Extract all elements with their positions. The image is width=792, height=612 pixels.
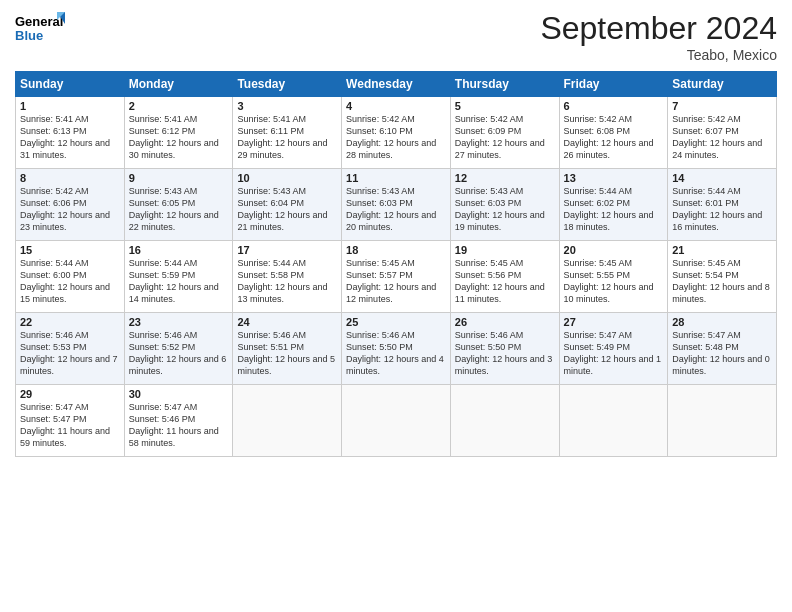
day-number: 28 xyxy=(672,316,772,328)
day-number: 3 xyxy=(237,100,337,112)
calendar-cell: 25 Sunrise: 5:46 AM Sunset: 5:50 PM Dayl… xyxy=(342,313,451,385)
day-info: Sunrise: 5:47 AM Sunset: 5:47 PM Dayligh… xyxy=(20,401,120,450)
calendar-cell: 27 Sunrise: 5:47 AM Sunset: 5:49 PM Dayl… xyxy=(559,313,668,385)
day-number: 17 xyxy=(237,244,337,256)
day-number: 27 xyxy=(564,316,664,328)
day-header-saturday: Saturday xyxy=(668,72,777,97)
calendar-cell: 23 Sunrise: 5:46 AM Sunset: 5:52 PM Dayl… xyxy=(124,313,233,385)
day-info: Sunrise: 5:46 AM Sunset: 5:53 PM Dayligh… xyxy=(20,329,120,378)
day-info: Sunrise: 5:43 AM Sunset: 6:03 PM Dayligh… xyxy=(346,185,446,234)
day-number: 25 xyxy=(346,316,446,328)
day-info: Sunrise: 5:42 AM Sunset: 6:10 PM Dayligh… xyxy=(346,113,446,162)
day-info: Sunrise: 5:46 AM Sunset: 5:51 PM Dayligh… xyxy=(237,329,337,378)
calendar-body: 1 Sunrise: 5:41 AM Sunset: 6:13 PM Dayli… xyxy=(16,97,777,457)
day-number: 26 xyxy=(455,316,555,328)
day-number: 21 xyxy=(672,244,772,256)
day-info: Sunrise: 5:45 AM Sunset: 5:57 PM Dayligh… xyxy=(346,257,446,306)
calendar-cell: 5 Sunrise: 5:42 AM Sunset: 6:09 PM Dayli… xyxy=(450,97,559,169)
day-info: Sunrise: 5:43 AM Sunset: 6:05 PM Dayligh… xyxy=(129,185,229,234)
calendar-cell: 28 Sunrise: 5:47 AM Sunset: 5:48 PM Dayl… xyxy=(668,313,777,385)
calendar-cell: 9 Sunrise: 5:43 AM Sunset: 6:05 PM Dayli… xyxy=(124,169,233,241)
day-info: Sunrise: 5:41 AM Sunset: 6:11 PM Dayligh… xyxy=(237,113,337,162)
calendar-cell: 10 Sunrise: 5:43 AM Sunset: 6:04 PM Dayl… xyxy=(233,169,342,241)
calendar-cell: 8 Sunrise: 5:42 AM Sunset: 6:06 PM Dayli… xyxy=(16,169,125,241)
day-number: 20 xyxy=(564,244,664,256)
calendar-cell xyxy=(342,385,451,457)
day-number: 24 xyxy=(237,316,337,328)
calendar-cell: 2 Sunrise: 5:41 AM Sunset: 6:12 PM Dayli… xyxy=(124,97,233,169)
day-info: Sunrise: 5:44 AM Sunset: 5:59 PM Dayligh… xyxy=(129,257,229,306)
calendar-cell xyxy=(668,385,777,457)
day-number: 8 xyxy=(20,172,120,184)
day-number: 22 xyxy=(20,316,120,328)
calendar-cell: 6 Sunrise: 5:42 AM Sunset: 6:08 PM Dayli… xyxy=(559,97,668,169)
day-number: 30 xyxy=(129,388,229,400)
day-number: 10 xyxy=(237,172,337,184)
day-number: 12 xyxy=(455,172,555,184)
month-title: September 2024 xyxy=(540,10,777,47)
week-row-5: 29 Sunrise: 5:47 AM Sunset: 5:47 PM Dayl… xyxy=(16,385,777,457)
day-info: Sunrise: 5:47 AM Sunset: 5:48 PM Dayligh… xyxy=(672,329,772,378)
calendar-cell: 12 Sunrise: 5:43 AM Sunset: 6:03 PM Dayl… xyxy=(450,169,559,241)
day-number: 6 xyxy=(564,100,664,112)
day-number: 18 xyxy=(346,244,446,256)
day-info: Sunrise: 5:41 AM Sunset: 6:12 PM Dayligh… xyxy=(129,113,229,162)
location: Teabo, Mexico xyxy=(540,47,777,63)
day-info: Sunrise: 5:44 AM Sunset: 6:00 PM Dayligh… xyxy=(20,257,120,306)
calendar-cell: 4 Sunrise: 5:42 AM Sunset: 6:10 PM Dayli… xyxy=(342,97,451,169)
day-info: Sunrise: 5:43 AM Sunset: 6:04 PM Dayligh… xyxy=(237,185,337,234)
calendar-cell: 30 Sunrise: 5:47 AM Sunset: 5:46 PM Dayl… xyxy=(124,385,233,457)
calendar-table: SundayMondayTuesdayWednesdayThursdayFrid… xyxy=(15,71,777,457)
day-info: Sunrise: 5:42 AM Sunset: 6:07 PM Dayligh… xyxy=(672,113,772,162)
day-number: 1 xyxy=(20,100,120,112)
title-block: September 2024 Teabo, Mexico xyxy=(540,10,777,63)
calendar-cell: 18 Sunrise: 5:45 AM Sunset: 5:57 PM Dayl… xyxy=(342,241,451,313)
calendar-cell: 26 Sunrise: 5:46 AM Sunset: 5:50 PM Dayl… xyxy=(450,313,559,385)
days-header-row: SundayMondayTuesdayWednesdayThursdayFrid… xyxy=(16,72,777,97)
week-row-4: 22 Sunrise: 5:46 AM Sunset: 5:53 PM Dayl… xyxy=(16,313,777,385)
day-number: 14 xyxy=(672,172,772,184)
day-number: 19 xyxy=(455,244,555,256)
calendar-cell: 19 Sunrise: 5:45 AM Sunset: 5:56 PM Dayl… xyxy=(450,241,559,313)
calendar-cell xyxy=(559,385,668,457)
day-number: 13 xyxy=(564,172,664,184)
day-number: 7 xyxy=(672,100,772,112)
calendar-cell: 15 Sunrise: 5:44 AM Sunset: 6:00 PM Dayl… xyxy=(16,241,125,313)
day-header-thursday: Thursday xyxy=(450,72,559,97)
calendar-cell: 14 Sunrise: 5:44 AM Sunset: 6:01 PM Dayl… xyxy=(668,169,777,241)
day-info: Sunrise: 5:46 AM Sunset: 5:52 PM Dayligh… xyxy=(129,329,229,378)
calendar-cell xyxy=(233,385,342,457)
day-header-friday: Friday xyxy=(559,72,668,97)
day-number: 2 xyxy=(129,100,229,112)
day-header-monday: Monday xyxy=(124,72,233,97)
day-info: Sunrise: 5:45 AM Sunset: 5:54 PM Dayligh… xyxy=(672,257,772,306)
svg-text:General: General xyxy=(15,14,63,29)
day-number: 9 xyxy=(129,172,229,184)
calendar-cell: 29 Sunrise: 5:47 AM Sunset: 5:47 PM Dayl… xyxy=(16,385,125,457)
calendar-cell: 16 Sunrise: 5:44 AM Sunset: 5:59 PM Dayl… xyxy=(124,241,233,313)
page: General Blue September 2024 Teabo, Mexic… xyxy=(0,0,792,612)
week-row-1: 1 Sunrise: 5:41 AM Sunset: 6:13 PM Dayli… xyxy=(16,97,777,169)
day-info: Sunrise: 5:44 AM Sunset: 6:01 PM Dayligh… xyxy=(672,185,772,234)
day-header-sunday: Sunday xyxy=(16,72,125,97)
calendar-cell: 1 Sunrise: 5:41 AM Sunset: 6:13 PM Dayli… xyxy=(16,97,125,169)
day-number: 15 xyxy=(20,244,120,256)
day-info: Sunrise: 5:46 AM Sunset: 5:50 PM Dayligh… xyxy=(346,329,446,378)
day-info: Sunrise: 5:42 AM Sunset: 6:06 PM Dayligh… xyxy=(20,185,120,234)
day-info: Sunrise: 5:44 AM Sunset: 5:58 PM Dayligh… xyxy=(237,257,337,306)
day-info: Sunrise: 5:47 AM Sunset: 5:49 PM Dayligh… xyxy=(564,329,664,378)
calendar-cell: 20 Sunrise: 5:45 AM Sunset: 5:55 PM Dayl… xyxy=(559,241,668,313)
logo: General Blue xyxy=(15,10,70,46)
day-number: 4 xyxy=(346,100,446,112)
calendar-cell: 11 Sunrise: 5:43 AM Sunset: 6:03 PM Dayl… xyxy=(342,169,451,241)
day-number: 11 xyxy=(346,172,446,184)
day-info: Sunrise: 5:47 AM Sunset: 5:46 PM Dayligh… xyxy=(129,401,229,450)
calendar-cell: 13 Sunrise: 5:44 AM Sunset: 6:02 PM Dayl… xyxy=(559,169,668,241)
day-number: 16 xyxy=(129,244,229,256)
svg-text:Blue: Blue xyxy=(15,28,43,43)
day-number: 23 xyxy=(129,316,229,328)
week-row-2: 8 Sunrise: 5:42 AM Sunset: 6:06 PM Dayli… xyxy=(16,169,777,241)
day-header-wednesday: Wednesday xyxy=(342,72,451,97)
day-header-tuesday: Tuesday xyxy=(233,72,342,97)
header: General Blue September 2024 Teabo, Mexic… xyxy=(15,10,777,63)
